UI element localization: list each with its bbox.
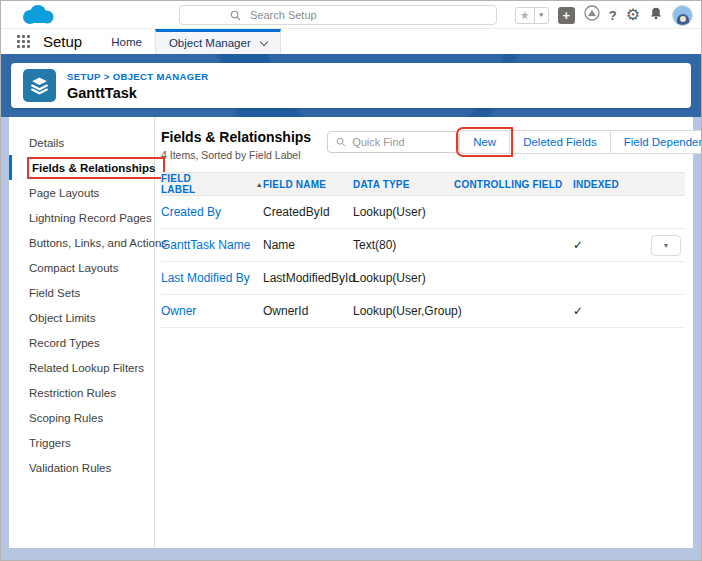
sidebar-item-page-layouts[interactable]: Page Layouts [9, 180, 154, 205]
breadcrumb-separator: > [104, 71, 110, 82]
indexed-check-icon: ✓ [573, 295, 651, 328]
controlling-field-cell [454, 196, 573, 229]
field-name-cell: LastModifiedById [263, 262, 353, 295]
search-icon [230, 10, 241, 21]
app-launcher-icon[interactable] [17, 35, 30, 48]
field-label-link[interactable]: Created By [161, 196, 263, 229]
breadcrumb-card: SETUP>OBJECT MANAGER GanttTask [11, 63, 691, 108]
setup-app-label: Setup [43, 33, 82, 50]
object-layers-icon [23, 69, 56, 102]
user-avatar[interactable] [672, 5, 693, 26]
row-actions-menu-button[interactable]: ▼ [651, 235, 681, 256]
table-row: Owner OwnerId Lookup(User,Group) ✓ [161, 295, 685, 328]
sidebar-item-buttons-links-actions[interactable]: Buttons, Links, and Actions [9, 230, 154, 255]
controlling-field-cell [454, 295, 573, 328]
favorites-control: ★ ▼ [515, 7, 549, 24]
field-label-link[interactable]: GanttTask Name [161, 229, 263, 262]
column-header-data-type[interactable]: DATA TYPE [353, 173, 454, 196]
sidebar-item-object-limits[interactable]: Object Limits [9, 305, 154, 330]
sidebar-item-fields-relationships[interactable]: Fields & Relationships [9, 155, 154, 180]
tab-home[interactable]: Home [98, 29, 155, 54]
sidebar-item-compact-layouts[interactable]: Compact Layouts [9, 255, 154, 280]
trailhead-icon[interactable] [584, 5, 600, 25]
app-window: ★ ▼ + ? ⚙ [0, 0, 702, 561]
data-type-cell: Lookup(User,Group) [353, 295, 454, 328]
sidebar-item-restriction-rules[interactable]: Restriction Rules [9, 380, 154, 405]
tab-home-label: Home [111, 36, 142, 48]
sort-ascending-icon: ▲ [256, 181, 263, 188]
quick-find-input[interactable] [352, 136, 442, 148]
table-row: Created By CreatedById Lookup(User) [161, 196, 685, 229]
controlling-field-cell [454, 262, 573, 295]
sidebar-item-record-types[interactable]: Record Types [9, 330, 154, 355]
global-search [179, 5, 497, 25]
table-header-row: FIELD LABEL ▲ FIELD NAME DATA TYPE CONTR… [161, 173, 685, 196]
column-header-field-label[interactable]: FIELD LABEL ▲ [161, 173, 263, 196]
new-button[interactable]: New [459, 130, 510, 154]
deleted-fields-button[interactable]: Deleted Fields [509, 130, 611, 154]
fields-relationships-panel: Fields & Relationships 4 Items, Sorted b… [155, 117, 693, 548]
field-name-cell: Name [263, 229, 353, 262]
table-row: Last Modified By LastModifiedById Lookup… [161, 262, 685, 295]
table-row: GanttTask Name Name Text(80) ✓ ▼ [161, 229, 685, 262]
setup-gear-icon[interactable]: ⚙ [626, 7, 640, 23]
salesforce-logo-icon[interactable] [17, 2, 57, 33]
search-setup-input[interactable] [250, 9, 496, 21]
search-icon [336, 137, 346, 147]
setup-nav-bar: Setup Home Object Manager [1, 29, 701, 54]
favorites-caret-button[interactable]: ▼ [534, 8, 548, 23]
data-type-cell: Lookup(User) [353, 196, 454, 229]
data-type-cell: Text(80) [353, 229, 454, 262]
notifications-bell-icon[interactable] [649, 6, 663, 25]
tab-object-manager[interactable]: Object Manager [155, 29, 281, 54]
indexed-check-icon: ✓ [573, 229, 651, 262]
object-manager-sidebar: Details Fields & Relationships Page Layo… [9, 117, 155, 548]
chevron-down-icon [259, 37, 267, 45]
sidebar-item-validation-rules[interactable]: Validation Rules [9, 455, 154, 480]
field-label-link[interactable]: Last Modified By [161, 262, 263, 295]
brand-band: SETUP>OBJECT MANAGER GanttTask [1, 54, 701, 117]
sidebar-item-field-sets[interactable]: Field Sets [9, 280, 154, 305]
global-header: ★ ▼ + ? ⚙ [1, 1, 701, 29]
indexed-check-icon [573, 262, 651, 295]
indexed-check-icon [573, 196, 651, 229]
column-header-indexed[interactable]: INDEXED [573, 173, 651, 196]
column-header-controlling-field[interactable]: CONTROLLING FIELD [454, 173, 573, 196]
avatar-face [680, 16, 686, 22]
global-actions-plus-icon[interactable]: + [558, 7, 575, 24]
field-name-cell: OwnerId [263, 295, 353, 328]
breadcrumb-object-manager-link[interactable]: OBJECT MANAGER [113, 71, 209, 82]
field-label-link[interactable]: Owner [161, 295, 263, 328]
controlling-field-cell [454, 229, 573, 262]
actions-button-group: New Deleted Fields Field Dependencies Se… [459, 130, 702, 154]
breadcrumb-setup-link[interactable]: SETUP [67, 71, 101, 82]
breadcrumb: SETUP>OBJECT MANAGER [67, 71, 209, 82]
item-count-label: 4 Items, Sorted by Field Label [161, 149, 311, 161]
sidebar-item-lightning-record-pages[interactable]: Lightning Record Pages [9, 205, 154, 230]
sidebar-item-details[interactable]: Details [9, 130, 154, 155]
column-header-actions [651, 173, 685, 196]
field-dependencies-button[interactable]: Field Dependencies [610, 130, 702, 154]
section-title: Fields & Relationships [161, 129, 311, 145]
field-name-cell: CreatedById [263, 196, 353, 229]
quick-find-box [327, 131, 459, 153]
content-background: Details Fields & Relationships Page Layo… [1, 117, 701, 560]
fields-table: FIELD LABEL ▲ FIELD NAME DATA TYPE CONTR… [161, 172, 685, 328]
sidebar-item-triggers[interactable]: Triggers [9, 430, 154, 455]
sidebar-item-scoping-rules[interactable]: Scoping Rules [9, 405, 154, 430]
favorites-star-icon[interactable]: ★ [516, 8, 534, 23]
data-type-cell: Lookup(User) [353, 262, 454, 295]
column-header-field-name[interactable]: FIELD NAME [263, 173, 353, 196]
help-icon[interactable]: ? [609, 9, 617, 22]
page-title: GanttTask [67, 85, 209, 101]
tab-object-manager-label: Object Manager [169, 37, 251, 49]
sidebar-item-related-lookup-filters[interactable]: Related Lookup Filters [9, 355, 154, 380]
